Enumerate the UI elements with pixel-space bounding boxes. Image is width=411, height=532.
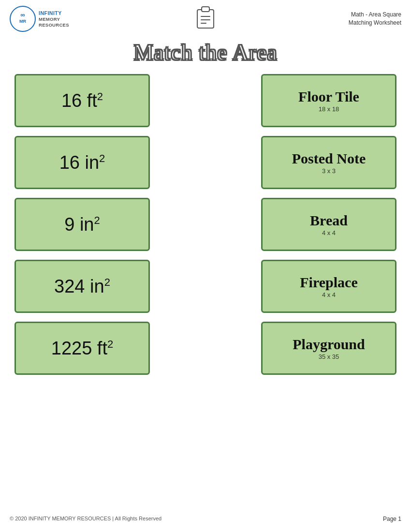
brand-line4: RESOURCES (39, 22, 69, 28)
right-card-2: Posted Note 3 x 3 (261, 136, 396, 189)
area-value-1: 16 ft2 (61, 91, 103, 110)
left-card-2: 16 in2 (15, 136, 150, 189)
worksheet-label: Math - Area SquareMatching Worksheet (349, 11, 401, 26)
item-name-4: Fireplace (300, 274, 357, 290)
card-row-3: 9 in2 Bread 4 x 4 (15, 198, 396, 251)
header: ∞ MR INFINITY MEMORY RESOURCES Math - Ar… (0, 0, 411, 36)
svg-text:∞: ∞ (20, 11, 25, 18)
item-name-5: Playground (293, 336, 365, 352)
svg-rect-3 (202, 7, 209, 12)
area-value-3: 9 in2 (64, 215, 100, 234)
logo-svg: ∞ MR (13, 9, 32, 29)
footer: © 2020 INFINITY MEMORY RESOURCES | All R… (0, 516, 411, 522)
item-dim-3: 4 x 4 (322, 229, 336, 236)
brand-line3: MEMORY (39, 16, 69, 22)
item-dim-1: 18 x 18 (319, 105, 339, 113)
clipboard-icon (195, 6, 216, 29)
area-value-5: 1225 ft2 (51, 339, 113, 357)
right-card-4: Fireplace 4 x 4 (261, 260, 396, 313)
logo-circle: ∞ MR (10, 6, 36, 32)
worksheet-title-corner: Math - Area SquareMatching Worksheet (349, 11, 401, 27)
item-dim-2: 3 x 3 (322, 167, 336, 175)
left-card-1: 16 ft2 (15, 74, 150, 127)
page-title: Match the Area (0, 40, 411, 65)
logo-area: ∞ MR INFINITY MEMORY RESOURCES (10, 6, 69, 32)
item-dim-4: 4 x 4 (322, 291, 336, 298)
cards-section: 16 ft2 Floor Tile 18 x 18 16 in2 Posted … (0, 74, 411, 375)
item-dim-5: 35 x 35 (319, 353, 339, 360)
area-value-2: 16 in2 (59, 153, 105, 172)
svg-rect-2 (197, 10, 214, 28)
card-row-5: 1225 ft2 Playground 35 x 35 (15, 322, 396, 375)
right-card-5: Playground 35 x 35 (261, 322, 396, 375)
svg-text:MR: MR (19, 19, 26, 24)
item-name-1: Floor Tile (298, 89, 359, 104)
copyright: © 2020 INFINITY MEMORY RESOURCES | All R… (10, 516, 161, 522)
item-name-2: Posted Note (292, 150, 366, 166)
right-card-3: Bread 4 x 4 (261, 198, 396, 251)
brand-name: INFINITY MEMORY RESOURCES (39, 10, 69, 28)
item-name-3: Bread (310, 212, 348, 228)
right-card-1: Floor Tile 18 x 18 (261, 74, 396, 127)
main-title-section: Match the Area (0, 40, 411, 65)
left-card-3: 9 in2 (15, 198, 150, 251)
area-value-4: 324 in2 (54, 277, 110, 296)
page-number: Page 1 (383, 516, 401, 522)
card-row-2: 16 in2 Posted Note 3 x 3 (15, 136, 396, 189)
left-card-4: 324 in2 (15, 260, 150, 313)
brand-line1: INFINITY (39, 10, 69, 16)
card-row-1: 16 ft2 Floor Tile 18 x 18 (15, 74, 396, 127)
card-row-4: 324 in2 Fireplace 4 x 4 (15, 260, 396, 313)
clipboard-icon-area (195, 6, 216, 31)
left-card-5: 1225 ft2 (15, 322, 150, 375)
